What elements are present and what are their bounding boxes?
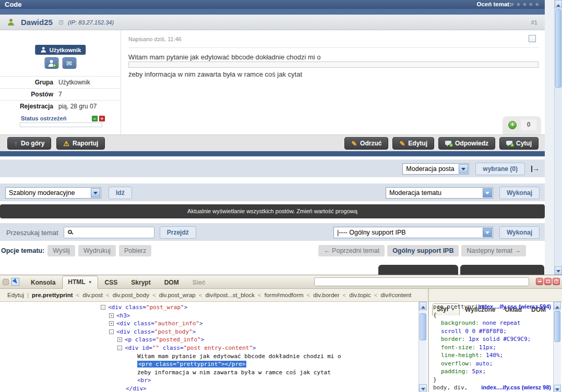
display-mode-notice[interactable]: Aktualnie wyświetlanie wszystkich postów… (0, 204, 545, 218)
css-property[interactable]: font-size: 11px; (433, 344, 543, 352)
select-arrow-icon[interactable] (483, 228, 492, 237)
report-button[interactable]: ⚠Raportuj (56, 137, 105, 150)
tab-html[interactable]: HTML▼ (62, 276, 98, 289)
reject-button[interactable]: ✎Odrzuć (344, 137, 388, 150)
dom-tree-node-selected[interactable]: <pre class="prettyprint"></pre> (0, 360, 418, 369)
tab-net[interactable]: Sieć (186, 276, 212, 289)
topic-search-input[interactable] (76, 228, 153, 237)
dom-tree-node[interactable]: -<div id="" class="post entry-content"> (0, 344, 418, 352)
post-select-checkbox[interactable] (529, 35, 536, 42)
scroll-down-button[interactable] (554, 385, 561, 392)
css-property[interactable]: line-height: 140%; (433, 351, 543, 360)
dom-tree-node[interactable]: <br> (0, 376, 418, 385)
tree-scrollbar[interactable] (418, 302, 427, 392)
go-to-top-button[interactable]: ↑Do góry (7, 137, 51, 150)
post-moderation-select[interactable]: Moderacja posta (402, 163, 469, 175)
minimize-button[interactable] (536, 278, 543, 285)
collapse-icon[interactable]: - (117, 346, 122, 350)
css-property[interactable]: padding: 5px; (433, 368, 543, 376)
print-topic-button[interactable]: Wydrukuj (78, 245, 116, 256)
post-number[interactable]: #1 (531, 19, 537, 26)
go-button[interactable]: Idź (109, 187, 132, 199)
breadcrumb-item[interactable]: div#post...st_block (205, 292, 255, 298)
tab-dom[interactable]: DOM (158, 276, 186, 289)
quote-button[interactable]: +Cytuj (499, 137, 539, 150)
dom-tree-node[interactable]: </div> (0, 385, 418, 392)
forum-execute-button[interactable]: Wykonaj (499, 226, 540, 239)
rating-stars[interactable]: ★★★★★ (510, 1, 541, 8)
scrollbar-thumb[interactable] (554, 311, 560, 342)
external-profile-icon[interactable]: ↗ (59, 20, 63, 24)
add-friend-button[interactable]: + (44, 57, 58, 69)
breadcrumb-item[interactable]: div#content (380, 292, 411, 298)
previous-topic-button[interactable]: ← Poprzedni temat (318, 245, 385, 256)
send-topic-button[interactable]: Wyślij (47, 245, 75, 256)
tab-script[interactable]: Skrypt (124, 276, 157, 289)
search-go-button[interactable]: Przejdź (160, 226, 196, 239)
scrollbar-thumb[interactable] (420, 313, 426, 340)
css-file-link[interactable]: index....ify.css (wiersz 594) (478, 303, 551, 311)
warn-decrease-icon[interactable]: − (92, 116, 98, 121)
breadcrumb-item[interactable]: div.post_wrap (159, 292, 196, 298)
css-selector[interactable]: pre.prettyprint (433, 303, 485, 310)
dom-tree-node[interactable]: +<div class="author_info"> (0, 320, 418, 328)
dom-tree-node[interactable]: -<div class="post_body"> (0, 328, 418, 336)
collapse-icon[interactable]: - (109, 329, 114, 334)
breadcrumb-edit[interactable]: Edytuj (7, 292, 24, 298)
scroll-down-button[interactable] (419, 384, 427, 392)
dom-tree-node[interactable]: +<h3> (0, 312, 418, 320)
dom-tree-node[interactable]: -<div class="post_wrap"> (0, 303, 418, 312)
warn-increase-icon[interactable]: + (99, 116, 105, 121)
partial-reply-button[interactable] (378, 265, 458, 275)
scroll-up-button[interactable] (555, 0, 562, 8)
page-scrollbar[interactable] (554, 0, 562, 275)
tab-css[interactable]: CSS (98, 276, 125, 289)
detach-window-button[interactable] (544, 278, 552, 285)
firebug-logo-icon[interactable] (3, 279, 9, 285)
breadcrumb-item[interactable]: div.border (313, 292, 339, 298)
send-message-button[interactable]: ✉ (62, 57, 76, 69)
breadcrumb-item[interactable]: div.topic (349, 292, 370, 298)
star-icon[interactable]: ★ (522, 1, 528, 7)
edit-button[interactable]: ✎Edytuj (392, 137, 434, 150)
star-icon[interactable]: ★ (534, 1, 541, 7)
dom-tree-text-node[interactable]: Witam mam pytanie jak edytować bbcode do… (0, 352, 418, 361)
topic-moderation-select[interactable]: Moderacja tematu (386, 187, 493, 199)
css-property[interactable]: border: 1px solid #C9C9C9; (433, 335, 543, 344)
dom-tree-node[interactable]: +<p class="posted_info"> (0, 336, 418, 344)
expand-icon[interactable]: + (109, 321, 114, 326)
css-property[interactable]: overflow: auto; (433, 360, 543, 368)
author-name-link[interactable]: Dawid25 (21, 18, 53, 27)
inspect-element-icon[interactable] (11, 278, 19, 286)
scrollbar-thumb[interactable] (555, 9, 561, 88)
scroll-up-button[interactable] (554, 302, 561, 310)
breadcrumb-item[interactable]: form#modform (265, 292, 304, 298)
breadcrumb-item[interactable]: pre.prettyprint (32, 292, 73, 298)
expand-icon[interactable]: + (117, 337, 122, 342)
partial-new-topic-button[interactable] (460, 265, 544, 275)
jump-arrow-icon[interactable]: → (531, 166, 540, 172)
breadcrumb-item[interactable]: div.post (82, 292, 103, 298)
collapse-icon[interactable]: - (101, 305, 105, 310)
next-topic-button[interactable]: Następny temat → (461, 245, 526, 256)
execute-button[interactable]: Wykonaj (499, 187, 540, 199)
expand-icon[interactable]: + (109, 313, 114, 318)
power-off-button[interactable] (553, 278, 560, 285)
scroll-up-button[interactable] (419, 302, 427, 310)
select-arrow-icon[interactable] (483, 188, 492, 198)
style-scrollbar[interactable] (553, 302, 561, 392)
reply-button[interactable]: +Odpowiedz (438, 137, 495, 150)
firebug-search-input[interactable] (314, 277, 529, 286)
moderation-templates-select[interactable]: Szablony moderacyjne (5, 187, 101, 199)
select-arrow-icon[interactable] (459, 164, 468, 174)
breadcrumb-item[interactable]: div.post_body (113, 292, 149, 298)
download-topic-button[interactable]: Pobierz (119, 245, 151, 256)
current-forum-button[interactable]: Ogólny support IPB (387, 245, 459, 256)
tab-console[interactable]: Konsola (24, 276, 62, 289)
reputation-plus-button[interactable]: + (508, 121, 517, 129)
star-icon[interactable]: ★ (516, 1, 522, 7)
select-arrow-icon[interactable] (91, 188, 100, 198)
dom-tree-text-node[interactable]: żeby informacja w nim zawarta była w ram… (0, 369, 418, 377)
scroll-down-button[interactable] (555, 266, 562, 275)
css-file-link[interactable]: index....ify.css (wiersz 98) (481, 384, 551, 392)
